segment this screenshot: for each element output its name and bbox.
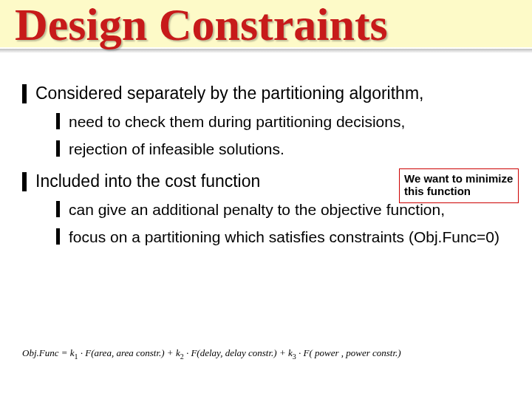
callout-box: We want to minimize this function	[399, 168, 519, 203]
bullet-lvl1: Considered separately by the partitionin…	[22, 83, 510, 104]
bullet-text: Considered separately by the partitionin…	[35, 83, 423, 104]
objective-function-formula: Obj.Func = k1 · F(area, area constr.) + …	[22, 347, 510, 361]
formula-term: · F(area, area constr.) + k	[78, 347, 180, 358]
bullet-lvl2: focus on a partitioning which satisfies …	[56, 227, 510, 247]
bullet-bar-icon	[56, 113, 60, 129]
bullet-text: need to check them during partitioning d…	[69, 112, 405, 132]
bullet-lvl2: rejection of infeasible solutions.	[56, 139, 510, 159]
formula-lhs: Obj.Func = k	[22, 347, 75, 358]
bullet-bar-icon	[56, 140, 60, 157]
bullet-text: can give an additional penalty to the ob…	[69, 200, 445, 219]
content-area: Considered separately by the partitionin…	[0, 71, 532, 253]
bullet-text: Included into the cost function	[35, 171, 260, 192]
bullet-text: rejection of infeasible solutions.	[69, 139, 284, 159]
bullet-bar-icon	[22, 84, 27, 103]
bullet-lvl2: need to check them during partitioning d…	[56, 112, 510, 132]
bullet-bar-icon	[56, 201, 60, 217]
formula-term: · F( power , power constr.)	[296, 347, 401, 358]
slide: Design Constraints Considered separately…	[0, 0, 532, 399]
title-band: Design Constraints	[0, 0, 532, 47]
bullet-bar-icon	[56, 228, 60, 245]
slide-title: Design Constraints	[15, 1, 517, 47]
bullet-text: focus on a partitioning which satisfies …	[69, 227, 499, 247]
formula-term: · F(delay, delay constr.) + k	[184, 347, 293, 358]
bullet-bar-icon	[22, 172, 27, 191]
